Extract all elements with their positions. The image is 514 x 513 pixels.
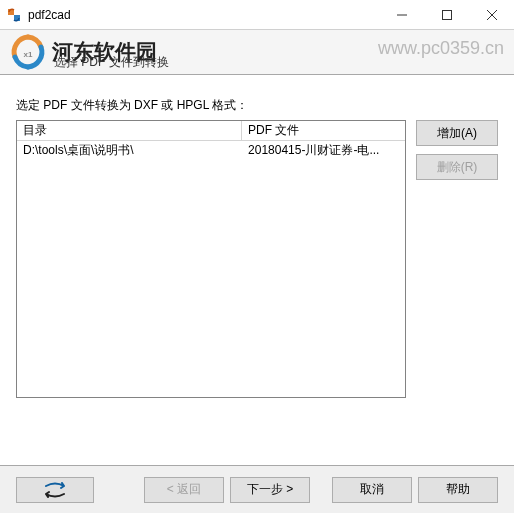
page-subtitle: 选择 PDF 文件到转换 bbox=[54, 54, 169, 71]
col-header-directory[interactable]: 目录 bbox=[17, 121, 242, 140]
minimize-button[interactable] bbox=[379, 0, 424, 29]
close-button[interactable] bbox=[469, 0, 514, 29]
svg-rect-2 bbox=[442, 10, 451, 19]
window-title: pdf2cad bbox=[28, 8, 379, 22]
back-button[interactable]: < 返回 bbox=[144, 477, 224, 503]
cell-directory: D:\tools\桌面\说明书\ bbox=[17, 141, 242, 159]
file-table[interactable]: 目录 PDF 文件 D:\tools\桌面\说明书\ 20180415-川财证券… bbox=[16, 120, 406, 398]
window-controls bbox=[379, 0, 514, 29]
add-button[interactable]: 增加(A) bbox=[416, 120, 498, 146]
help-button[interactable]: 帮助 bbox=[418, 477, 498, 503]
cell-file: 20180415-川财证券-电... bbox=[242, 141, 405, 159]
refresh-arrows-icon bbox=[40, 482, 70, 498]
content-area: 选定 PDF 文件转换为 DXF 或 HPGL 格式： 目录 PDF 文件 D:… bbox=[0, 75, 514, 465]
refresh-icon-button[interactable] bbox=[16, 477, 94, 503]
wizard-footer: < 返回 下一步 > 取消 帮助 bbox=[0, 465, 514, 513]
brand-logo-icon: x1 bbox=[8, 32, 48, 72]
header: x1 河东软件园 选择 PDF 文件到转换 bbox=[0, 30, 514, 75]
table-body: D:\tools\桌面\说明书\ 20180415-川财证券-电... bbox=[17, 141, 405, 159]
delete-button[interactable]: 删除(R) bbox=[416, 154, 498, 180]
col-header-pdf-file[interactable]: PDF 文件 bbox=[242, 121, 405, 140]
maximize-button[interactable] bbox=[424, 0, 469, 29]
app-icon bbox=[6, 7, 22, 23]
side-buttons: 增加(A) 删除(R) bbox=[416, 120, 498, 398]
table-row[interactable]: D:\tools\桌面\说明书\ 20180415-川财证券-电... bbox=[17, 141, 405, 159]
svg-text:x1: x1 bbox=[24, 50, 33, 59]
cancel-button[interactable]: 取消 bbox=[332, 477, 412, 503]
next-button[interactable]: 下一步 > bbox=[230, 477, 310, 503]
instruction-label: 选定 PDF 文件转换为 DXF 或 HPGL 格式： bbox=[16, 97, 498, 114]
table-header: 目录 PDF 文件 bbox=[17, 121, 405, 141]
titlebar: pdf2cad bbox=[0, 0, 514, 30]
